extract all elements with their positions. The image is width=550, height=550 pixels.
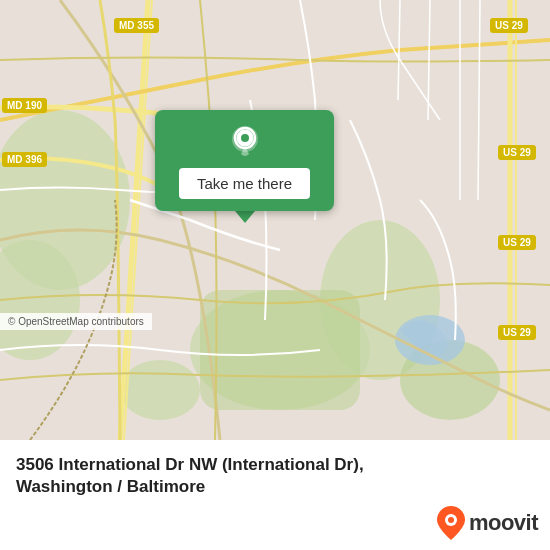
- moovit-logo-icon: [437, 506, 465, 540]
- address-line2: Washington / Baltimore: [16, 477, 205, 496]
- svg-point-19: [241, 134, 249, 142]
- svg-point-6: [120, 360, 200, 420]
- copyright-text: © OpenStreetMap contributors: [8, 316, 144, 327]
- location-pin-icon: [227, 124, 263, 160]
- road-badge-md396: MD 396: [2, 152, 47, 167]
- road-badge-us29-top: US 29: [490, 18, 528, 33]
- popup-container[interactable]: Take me there: [155, 110, 334, 223]
- svg-point-22: [448, 517, 454, 523]
- road-badge-us29-2: US 29: [498, 145, 536, 160]
- address-text: 3506 International Dr NW (International …: [16, 454, 364, 498]
- logo-section: moovit: [0, 506, 550, 550]
- road-badge-us29-4: US 29: [498, 325, 536, 340]
- bottom-bar: 3506 International Dr NW (International …: [0, 440, 550, 550]
- popup-tail: [235, 211, 255, 223]
- copyright-bar: © OpenStreetMap contributors: [0, 313, 152, 330]
- road-badge-md190: MD 190: [2, 98, 47, 113]
- moovit-text-label: moovit: [469, 510, 538, 536]
- popup-box[interactable]: Take me there: [155, 110, 334, 211]
- moovit-logo: moovit: [437, 506, 538, 540]
- address-line1: 3506 International Dr NW (International …: [16, 455, 364, 474]
- info-section: 3506 International Dr NW (International …: [0, 440, 550, 506]
- map-container: MD 355 MD 355 MD 190 MD 396 US 29 US 29 …: [0, 0, 550, 440]
- road-badge-md355-top: MD 355: [114, 18, 159, 33]
- road-badge-us29-3: US 29: [498, 235, 536, 250]
- take-me-there-button[interactable]: Take me there: [179, 168, 310, 199]
